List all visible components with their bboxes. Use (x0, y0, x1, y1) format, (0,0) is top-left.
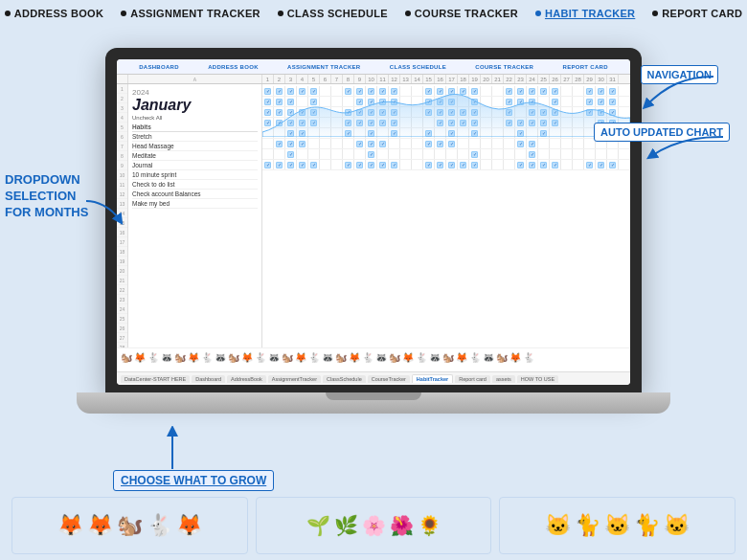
nav-item-address-book[interactable]: ADDRESS BOOK (5, 8, 103, 19)
check-cell[interactable] (550, 139, 561, 148)
sheet-tab[interactable]: HOW TO USE (517, 375, 558, 383)
check-cell[interactable]: ✓ (377, 139, 389, 148)
check-cell[interactable]: ✓ (285, 139, 297, 148)
check-cell[interactable] (550, 149, 561, 159)
check-cell[interactable]: ✓ (274, 139, 285, 148)
check-cell[interactable] (446, 149, 458, 159)
check-cell[interactable] (331, 160, 343, 169)
check-cell[interactable] (308, 139, 320, 148)
check-cell[interactable] (538, 149, 550, 159)
check-cell[interactable] (389, 149, 400, 159)
check-cell[interactable] (423, 149, 435, 159)
check-cell[interactable] (412, 139, 423, 148)
sheet-tab[interactable]: ClassSchedule (323, 375, 366, 383)
check-cell[interactable]: ✓ (469, 149, 481, 159)
check-cell[interactable]: ✓ (308, 160, 320, 169)
check-cell[interactable] (481, 160, 492, 169)
check-cell[interactable] (331, 149, 343, 159)
check-cell[interactable]: ✓ (446, 139, 458, 148)
sheet-tab[interactable]: AddressBook (227, 375, 266, 383)
check-cell[interactable]: ✓ (354, 160, 366, 169)
check-cell[interactable] (607, 149, 619, 159)
check-cell[interactable] (308, 149, 320, 159)
nav-item-report-card[interactable]: REPORT CARD (652, 8, 742, 19)
check-cell[interactable]: ✓ (423, 160, 435, 169)
check-cell[interactable] (596, 149, 607, 159)
check-cell[interactable] (262, 139, 274, 148)
check-cell[interactable]: ✓ (515, 139, 527, 148)
check-cell[interactable] (573, 139, 584, 148)
check-cell[interactable]: ✓ (584, 160, 596, 169)
check-cell[interactable] (481, 149, 492, 159)
check-cell[interactable] (515, 149, 527, 159)
check-cell[interactable] (561, 139, 573, 148)
check-cell[interactable] (320, 139, 331, 148)
check-cell[interactable] (412, 160, 423, 169)
check-cell[interactable] (435, 149, 446, 159)
check-cell[interactable] (561, 160, 573, 169)
check-cell[interactable]: ✓ (527, 160, 538, 169)
check-cell[interactable]: ✓ (458, 160, 469, 169)
check-cell[interactable]: ✓ (527, 149, 538, 159)
inner-nav-course-tracker[interactable]: COURSE TRACKER (475, 64, 533, 70)
check-cell[interactable] (584, 149, 596, 159)
check-cell[interactable]: ✓ (596, 160, 607, 169)
sheet-tab[interactable]: CourseTracker (368, 375, 410, 383)
sheet-tab[interactable]: DataCenter-START HERE (121, 375, 190, 383)
check-cell[interactable]: ✓ (515, 160, 527, 169)
choose-grow-annotation[interactable]: CHOOSE WHAT TO GROW (113, 470, 274, 491)
check-cell[interactable] (492, 160, 504, 169)
check-cell[interactable] (573, 160, 584, 169)
check-cell[interactable]: ✓ (274, 160, 285, 169)
check-cell[interactable] (274, 149, 285, 159)
sheet-tab[interactable]: assets (492, 375, 515, 383)
check-cell[interactable] (492, 139, 504, 148)
check-cell[interactable]: ✓ (366, 149, 377, 159)
sheet-tab[interactable]: AssignmentTracker (268, 375, 321, 383)
check-cell[interactable] (458, 149, 469, 159)
check-cell[interactable] (320, 149, 331, 159)
check-cell[interactable]: ✓ (354, 139, 366, 148)
check-cell[interactable]: ✓ (435, 139, 446, 148)
nav-item-habit-tracker[interactable]: HABIT TRACKER (535, 8, 635, 19)
check-cell[interactable] (400, 160, 412, 169)
check-cell[interactable]: ✓ (297, 139, 308, 148)
check-cell[interactable] (504, 149, 515, 159)
sheet-tab[interactable]: HabitTracker (412, 374, 453, 383)
check-cell[interactable] (297, 149, 308, 159)
check-cell[interactable] (354, 149, 366, 159)
check-cell[interactable]: ✓ (377, 160, 389, 169)
check-cell[interactable]: ✓ (423, 139, 435, 148)
check-cell[interactable] (469, 139, 481, 148)
uncheck-all-btn[interactable]: Uncheck All (132, 115, 258, 121)
check-cell[interactable]: ✓ (285, 160, 297, 169)
check-cell[interactable]: ✓ (527, 139, 538, 148)
check-cell[interactable] (262, 149, 274, 159)
nav-item-course-tracker[interactable]: COURSE TRACKER (405, 8, 518, 19)
check-cell[interactable] (412, 149, 423, 159)
inner-nav-assignment-tracker[interactable]: ASSIGNMENT TRACKER (287, 64, 360, 70)
check-cell[interactable]: ✓ (446, 160, 458, 169)
check-cell[interactable] (389, 139, 400, 148)
check-cell[interactable] (458, 139, 469, 148)
check-cell[interactable]: ✓ (366, 139, 377, 148)
check-cell[interactable]: ✓ (550, 160, 561, 169)
check-cell[interactable] (400, 139, 412, 148)
check-cell[interactable] (320, 160, 331, 169)
check-cell[interactable]: ✓ (262, 160, 274, 169)
check-cell[interactable] (492, 149, 504, 159)
check-cell[interactable] (504, 160, 515, 169)
check-cell[interactable]: ✓ (366, 160, 377, 169)
nav-item-class-schedule[interactable]: CLASS SCHEDULE (278, 8, 388, 19)
check-cell[interactable]: ✓ (285, 149, 297, 159)
check-cell[interactable]: ✓ (469, 160, 481, 169)
nav-item-assignment-tracker[interactable]: ASSIGNMENT TRACKER (121, 8, 260, 19)
check-cell[interactable]: ✓ (607, 160, 619, 169)
check-cell[interactable]: ✓ (538, 160, 550, 169)
sheet-tab[interactable]: Dashboard (192, 375, 225, 383)
check-cell[interactable] (561, 149, 573, 159)
check-cell[interactable] (573, 149, 584, 159)
check-cell[interactable] (331, 139, 343, 148)
check-cell[interactable] (343, 149, 354, 159)
inner-nav-address-book[interactable]: ADDRESS BOOK (208, 64, 259, 70)
